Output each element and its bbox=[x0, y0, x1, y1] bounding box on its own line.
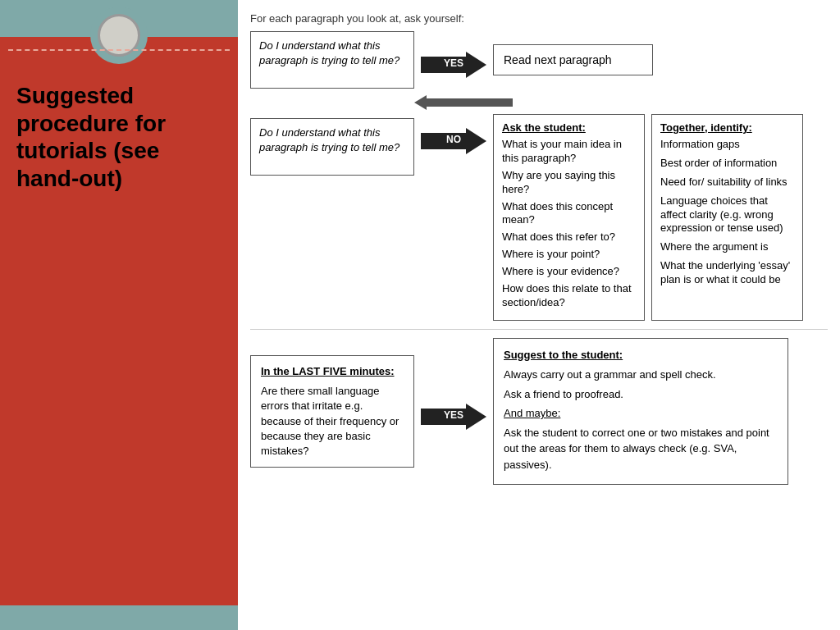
question-box-2: Do I understand what this paragraph is t… bbox=[250, 118, 414, 176]
sidebar-bottom-band bbox=[0, 605, 238, 630]
ask-student-item-1: Why are you saying this here? bbox=[502, 169, 636, 197]
last-five-box: In the LAST FIVE minutes: Are there smal… bbox=[250, 355, 414, 468]
ask-student-item-4: Where is your point? bbox=[502, 248, 636, 262]
suggest-and-maybe: And maybe: bbox=[504, 405, 778, 422]
sidebar: Suggested procedure for tutorials (see h… bbox=[0, 0, 238, 630]
read-next-box: Read next paragraph bbox=[493, 44, 653, 75]
main-content: For each paragraph you look at, ask your… bbox=[238, 0, 840, 630]
suggest-box: Suggest to the student: Always carry out… bbox=[493, 338, 788, 486]
no-label: NO bbox=[436, 133, 471, 146]
question-box-1: Do I understand what this paragraph is t… bbox=[250, 31, 414, 89]
back-arrow-container bbox=[414, 95, 828, 112]
last-five-text: Are there small language errors that irr… bbox=[261, 385, 399, 457]
together-item-0: Information gaps bbox=[660, 138, 794, 152]
ask-student-box: Ask the student: What is your main idea … bbox=[493, 114, 645, 321]
back-arrow bbox=[414, 95, 513, 110]
ask-student-item-0: What is your main idea in this paragraph… bbox=[502, 138, 636, 166]
intro-text: For each paragraph you look at, ask your… bbox=[250, 12, 828, 25]
suggest-item-1: Ask a friend to proofread. bbox=[504, 386, 778, 403]
yes-branch-row: Do I understand what this paragraph is t… bbox=[250, 31, 828, 89]
ask-student-item-5: Where is your evidence? bbox=[502, 265, 636, 279]
no-right-side: Ask the student: What is your main idea … bbox=[493, 114, 803, 321]
ask-student-heading: Ask the student: bbox=[502, 121, 636, 134]
suggest-item-3: Ask the student to correct one or two mi… bbox=[504, 425, 778, 473]
ask-student-item-2: What does this concept mean? bbox=[502, 200, 636, 228]
sidebar-title: Suggested procedure for tutorials (see h… bbox=[16, 82, 221, 192]
together-item-3: Language choices that affect clarity (e.… bbox=[660, 194, 794, 236]
yes-label-bottom: YES bbox=[436, 409, 472, 422]
together-heading: Together, identify: bbox=[660, 121, 794, 134]
bottom-row: In the LAST FIVE minutes: Are there smal… bbox=[250, 329, 828, 486]
sidebar-dashed-line bbox=[8, 49, 230, 51]
suggest-item-0: Always carry out a grammar and spell che… bbox=[504, 367, 778, 383]
together-item-2: Need for/ suitability of links bbox=[660, 176, 794, 189]
together-item-1: Best order of information bbox=[660, 157, 794, 171]
last-five-heading: In the LAST FIVE minutes: bbox=[261, 364, 404, 379]
yes-label: YES bbox=[436, 57, 472, 70]
ask-student-item-6: How does this relate to that section/ide… bbox=[502, 282, 636, 310]
together-item-5: What the underlying 'essay' plan is or w… bbox=[660, 259, 794, 287]
suggest-heading: Suggest to the student: bbox=[504, 347, 778, 363]
svg-marker-1 bbox=[414, 95, 513, 110]
together-box: Together, identify: Information gaps Bes… bbox=[651, 114, 803, 321]
no-branch-row: Do I understand what this paragraph is t… bbox=[250, 114, 828, 321]
sidebar-circle bbox=[90, 7, 148, 64]
ask-student-item-3: What does this refer to? bbox=[502, 231, 636, 244]
together-item-4: Where the argument is bbox=[660, 240, 794, 254]
